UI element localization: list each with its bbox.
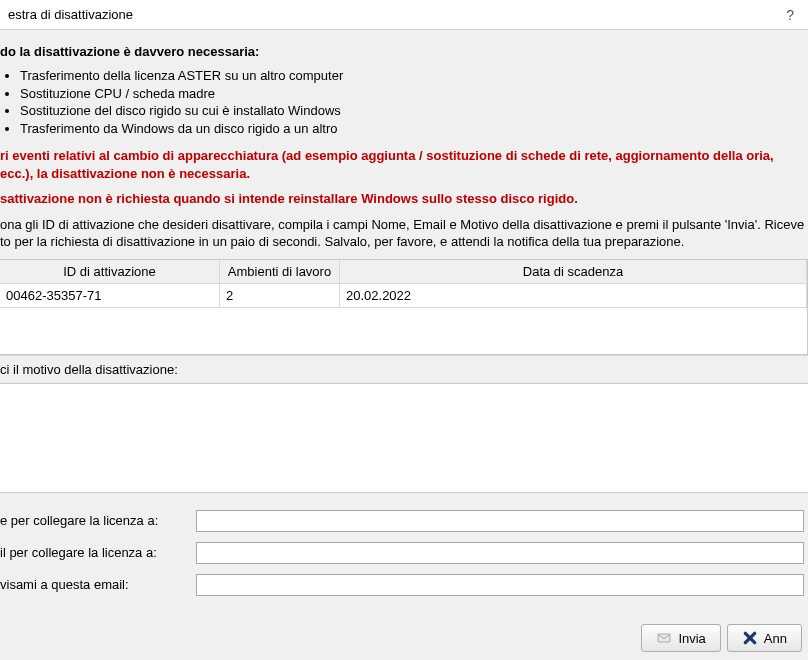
email-input[interactable] [196,542,804,564]
list-item: Trasferimento da Windows da un disco rig… [20,120,808,138]
send-button-label: Invia [678,631,705,646]
envelope-icon [656,630,672,646]
warning-text-2: sattivazione non è richiesta quando si i… [0,190,808,216]
dialog-content: do la disattivazione è davvero necessari… [0,30,808,660]
notice-email-input[interactable] [196,574,804,596]
list-item: Sostituzione del disco rigido su cui è i… [20,102,808,120]
notice-email-label: visami a questa email: [0,577,188,592]
cancel-button-label: Ann [764,631,787,646]
activation-table: ID di attivazione Ambienti di lavoro Dat… [0,259,808,355]
cell-workplaces: 2 [220,284,340,307]
reason-label: ci il motivo della disattivazione: [0,355,808,383]
reasons-list: Trasferimento della licenza ASTER su un … [0,65,808,147]
heading-when-needed: do la disattivazione è davvero necessari… [0,40,808,65]
name-input[interactable] [196,510,804,532]
col-workplaces[interactable]: Ambienti di lavoro [220,260,340,283]
table-row[interactable]: 00462-35357-71 2 20.02.2022 [0,284,807,308]
close-icon [742,630,758,646]
window-title: estra di disattivazione [8,7,133,22]
instructions-text: ona gli ID di attivazione che desideri d… [0,216,808,259]
cell-expiry: 20.02.2022 [340,284,807,307]
cell-activation-id: 00462-35357-71 [0,284,220,307]
col-expiry[interactable]: Data di scadenza [340,260,807,283]
col-activation-id[interactable]: ID di attivazione [0,260,220,283]
list-item: Trasferimento della licenza ASTER su un … [20,67,808,85]
reason-textarea[interactable] [0,383,808,493]
warning-text-1: ri eventi relativi al cambio di apparecc… [0,147,808,190]
svg-rect-0 [658,634,670,642]
name-label: e per collegare la licenza a: [0,513,188,528]
button-bar: Invia Ann [641,624,802,652]
table-empty-space [0,308,807,354]
table-header-row: ID di attivazione Ambienti di lavoro Dat… [0,260,807,284]
send-button[interactable]: Invia [641,624,720,652]
help-button[interactable]: ? [780,7,800,23]
email-label: il per collegare la licenza a: [0,545,188,560]
list-item: Sostituzione CPU / scheda madre [20,85,808,103]
titlebar: estra di disattivazione ? [0,0,808,30]
form-fields: e per collegare la licenza a: il per col… [0,496,808,596]
cancel-button[interactable]: Ann [727,624,802,652]
